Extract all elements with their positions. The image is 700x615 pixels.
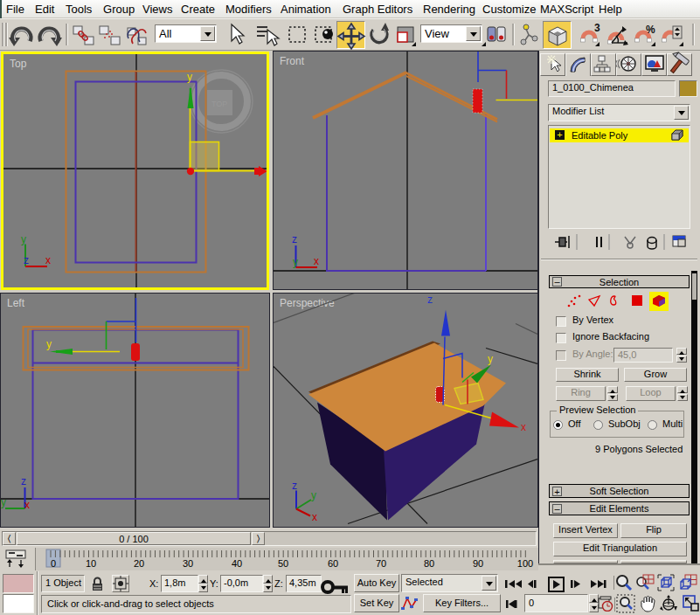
svg-text:z: z: [24, 254, 29, 266]
svg-text:x: x: [24, 499, 30, 511]
svg-text:x: x: [312, 511, 317, 523]
svg-text:y: y: [311, 489, 316, 501]
svg-text:z: z: [427, 294, 433, 306]
svg-text:80: 80: [424, 558, 434, 569]
svg-text:y: y: [1, 496, 6, 508]
svg-text:z: z: [292, 233, 297, 245]
svg-text:40: 40: [232, 558, 242, 569]
svg-text:90: 90: [473, 558, 483, 569]
svg-text:y: y: [293, 256, 298, 268]
svg-text:y: y: [46, 338, 52, 350]
svg-text:20: 20: [134, 558, 144, 569]
svg-text:70: 70: [376, 558, 386, 569]
svg-text:0: 0: [51, 558, 56, 569]
svg-text:10: 10: [86, 558, 96, 569]
svg-text:z: z: [292, 480, 297, 492]
svg-text:3: 3: [594, 22, 600, 34]
svg-text:%: %: [646, 24, 655, 36]
svg-text:TOP: TOP: [211, 100, 227, 108]
svg-text:z: z: [21, 475, 26, 487]
svg-text:x: x: [314, 255, 319, 267]
svg-text:60: 60: [328, 558, 338, 569]
svg-text:x: x: [45, 254, 51, 266]
svg-text:y: y: [488, 353, 493, 365]
svg-text:30: 30: [183, 558, 193, 569]
svg-text:x: x: [521, 421, 526, 433]
svg-text:50: 50: [278, 558, 288, 569]
svg-text:y: y: [21, 233, 26, 245]
svg-text:100: 100: [517, 558, 533, 569]
svg-text:y: y: [187, 71, 192, 83]
